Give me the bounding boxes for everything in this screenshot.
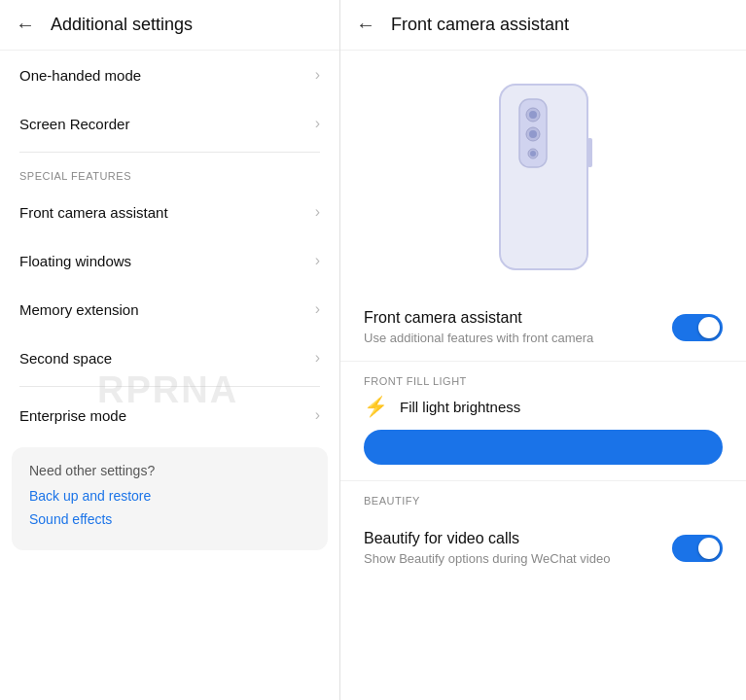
chevron-icon-memory-extension: › [315,300,320,318]
bottom-card: Need other settings? Back up and restore… [12,447,328,550]
toggle-title: Front camera assistant [364,309,672,327]
right-panel: ← Front camera assistant Front camera as… [340,0,746,700]
setting-item-floating-windows[interactable]: Floating windows › [0,236,339,285]
lightning-icon: ⚡ [364,395,388,418]
left-panel: ← Additional settings One-handed mode › … [0,0,340,700]
beautify-toggle-knob [698,538,720,559]
setting-item-second-space[interactable]: Second space › [0,333,339,382]
chevron-icon-enterprise-mode: › [315,406,320,424]
chevron-icon-floating-windows: › [315,252,320,269]
setting-item-one-handed-mode[interactable]: One-handed mode › [0,51,339,99]
svg-point-5 [529,130,537,138]
beautify-title: Beautify for video calls [364,530,610,547]
setting-item-enterprise-mode[interactable]: Enterprise mode › [0,391,339,439]
front-camera-toggle[interactable] [672,314,723,341]
setting-label-second-space: Second space [19,350,112,367]
beautify-row: Beautify for video calls Show Beautify o… [364,514,723,581]
fill-light-label: Fill light brightness [400,399,520,415]
left-title: Additional settings [51,15,193,35]
setting-item-memory-extension[interactable]: Memory extension › [0,285,339,333]
setting-label-enterprise-mode: Enterprise mode [19,407,126,424]
setting-label-one-handed-mode: One-handed mode [19,67,141,84]
chevron-icon-screen-recorder: › [315,115,320,132]
beautify-info: Beautify for video calls Show Beautify o… [364,530,610,566]
toggle-section: Front camera assistant Use additional fe… [340,294,746,362]
setting-label-floating-windows: Floating windows [19,253,131,269]
right-header: ← Front camera assistant [340,0,746,51]
fill-light-row: ⚡ Fill light brightness [364,395,723,418]
chevron-icon-front-camera: › [315,203,320,221]
back-up-restore-link[interactable]: Back up and restore [29,488,310,504]
divider-1 [19,152,320,153]
brightness-slider[interactable] [364,430,723,465]
setting-item-screen-recorder[interactable]: Screen Recorder › [0,99,339,148]
setting-item-front-camera-assistant[interactable]: Front camera assistant › [0,188,339,236]
chevron-icon-second-space: › [315,349,320,367]
toggle-info: Front camera assistant Use additional fe… [364,309,672,345]
settings-list: One-handed mode › Screen Recorder › SPEC… [0,51,339,700]
sound-effects-link[interactable]: Sound effects [29,511,310,527]
beautify-subtitle: Show Beautify options during WeChat vide… [364,551,610,566]
left-header: ← Additional settings [0,0,339,51]
svg-point-7 [530,151,536,157]
phone-image-container [340,51,746,294]
setting-label-screen-recorder: Screen Recorder [19,116,129,132]
chevron-icon-one-handed: › [315,66,320,84]
fill-light-section-label: FRONT FILL LIGHT [340,362,746,395]
beautify-toggle[interactable] [672,535,723,562]
phone-illustration [490,80,597,274]
toggle-knob [698,317,720,338]
bottom-card-question: Need other settings? [29,463,310,478]
toggle-subtitle: Use additional features with front camer… [364,331,672,345]
special-features-label: SPECIAL FEATURES [0,157,339,188]
beautify-section: Beautify for video calls Show Beautify o… [340,514,746,581]
svg-point-3 [529,111,537,119]
front-camera-toggle-row: Front camera assistant Use additional fe… [364,309,723,345]
svg-rect-8 [587,138,592,167]
divider-2 [19,386,320,387]
right-back-button[interactable]: ← [356,14,375,36]
setting-label-memory-extension: Memory extension [19,301,139,318]
beautify-section-label: BEAUTIFY [340,481,746,514]
setting-label-front-camera: Front camera assistant [19,204,168,221]
left-back-button[interactable]: ← [16,14,35,36]
fill-light-section: ⚡ Fill light brightness [340,395,746,481]
right-title: Front camera assistant [391,15,569,35]
